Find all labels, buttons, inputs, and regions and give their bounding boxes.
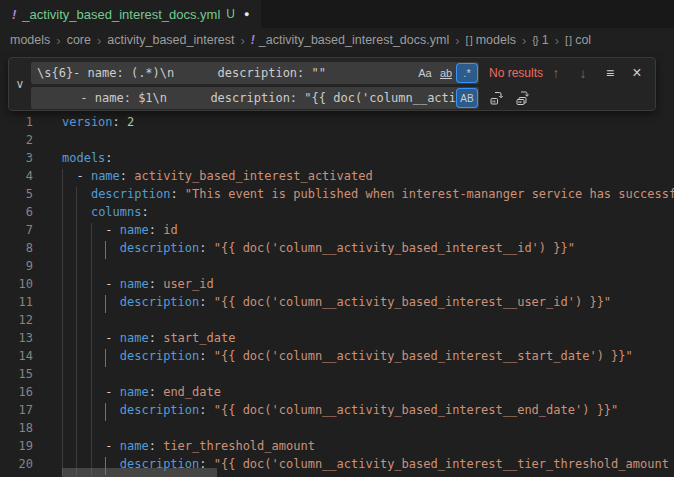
toggle-replace-button[interactable]: ∨ [9,62,31,106]
indent-guide [62,205,63,223]
line-number: 5 [0,187,33,205]
breadcrumb-item[interactable]: [ ]col [565,33,591,47]
code-text: - name: start_date [62,331,674,349]
code-line: 15 [0,367,674,385]
indent-guide [76,385,77,403]
indent-guide [91,403,92,421]
horizontal-scrollbar[interactable] [62,468,217,477]
indent-guide [105,241,106,259]
breadcrumb-label: 1 [542,33,549,47]
find-next-button[interactable]: ↓ [573,63,593,83]
symbol-object-icon: {} [532,34,537,46]
code-text: description: "{{ doc('column__activity_b… [62,241,674,259]
line-number: 11 [0,295,33,313]
indent-guide [62,421,63,439]
find-input[interactable]: \s{6}- name: (.*)\n description: "" Aa a… [31,62,479,84]
modified-dot-icon[interactable]: ● [244,9,249,19]
preserve-case-button[interactable]: AB [457,89,477,107]
code-text: - name: end_date [62,385,674,403]
code-line: 2 [0,133,674,151]
indent-guide [62,313,63,331]
code-line: 7 - name: id [0,223,674,241]
line-number: 13 [0,331,33,349]
close-icon: × [632,64,641,82]
find-previous-button[interactable]: ↑ [546,63,566,83]
line-number: 3 [0,151,33,169]
line-number: 14 [0,349,33,367]
code-text: - name: user_id [62,277,674,295]
indent-guide [76,331,77,349]
code-line: 13 - name: start_date [0,331,674,349]
breadcrumb-label: activity_based_interest [107,33,234,47]
code-text: - name: id [62,223,674,241]
arrow-up-icon: ↑ [553,65,560,81]
code-text [62,133,674,151]
indent-guide [91,331,92,349]
indent-guide [91,313,92,331]
indent-guide [62,277,63,295]
indent-guide [62,187,63,205]
exclamation-icon: ! [251,33,255,47]
tab-bar: ! _activity_based_interest_docs.yml U ● [0,0,674,28]
code-text [62,259,674,277]
code-line: 18 [0,421,674,439]
replace-button[interactable] [487,88,507,108]
indent-guide [62,223,63,241]
indent-guide [76,313,77,331]
indent-guide [76,259,77,277]
replace-all-button[interactable] [513,88,533,108]
breadcrumb-item[interactable]: core [67,33,91,47]
indent-guide [62,367,63,385]
indent-guide [91,421,92,439]
indent-guide [76,205,77,223]
code-line: 1version: 2 [0,115,674,133]
vscode-editor-window: ! _activity_based_interest_docs.yml U ● … [0,0,674,477]
line-number: 20 [0,457,33,475]
line-number: 18 [0,421,33,439]
code-text: - name: activity_based_interest_activate… [62,169,674,187]
file-yaml-icon: ! [12,7,16,22]
breadcrumb-label: core [67,33,91,47]
line-number: 15 [0,367,33,385]
replace-input[interactable]: - name: $1\n description: "{{ doc('colum… [31,87,479,109]
line-number: 12 [0,313,33,331]
code-text [62,421,674,439]
indent-guide [76,223,77,241]
arrow-down-icon: ↓ [580,65,587,81]
line-number: 6 [0,205,33,223]
breadcrumb-item[interactable]: activity_based_interest [107,33,234,47]
indent-guide [91,385,92,403]
indent-guide [62,349,63,367]
breadcrumb-item[interactable]: [ ]models [466,33,516,47]
breadcrumb-separator: › [240,33,244,48]
breadcrumb-item[interactable]: models [10,33,50,47]
breadcrumb-item[interactable]: !_activity_based_interest_docs.yml [251,33,449,47]
code-line: 4 - name: activity_based_interest_activa… [0,169,674,187]
breadcrumb-separator: › [555,33,559,48]
breadcrumb-separator: › [97,33,101,48]
close-find-widget-button[interactable]: × [627,63,647,83]
find-query-text: \s{6}- name: (.*)\n description: "" [37,66,414,80]
breadcrumb-separator: › [522,33,526,48]
match-case-button[interactable]: Aa [415,64,435,82]
code-line: 17 description: "{{ doc('column__activit… [0,403,674,421]
indent-guide [62,295,63,313]
find-nav-buttons: ↑ ↓ ≡ × [546,63,649,83]
find-row: \s{6}- name: (.*)\n description: "" Aa a… [31,62,649,84]
code-text: description: "This event is published wh… [62,187,674,205]
symbol-array-icon: [ ] [565,34,571,46]
line-number: 16 [0,385,33,403]
whole-word-button[interactable]: ab [436,64,456,82]
code-text [62,367,674,385]
code-text: description: "{{ doc('column__activity_b… [62,403,674,421]
breadcrumb-item[interactable]: {}1 [532,33,548,47]
symbol-array-icon: [ ] [466,34,472,46]
code-line: 8 description: "{{ doc('column__activity… [0,241,674,259]
use-regex-button[interactable]: .* [457,64,477,82]
indent-guide [62,241,63,259]
code-text: models: [62,151,674,169]
indent-guide [91,223,92,241]
code-lines[interactable]: 1version: 223models:4 - name: activity_b… [0,115,674,475]
tab-active[interactable]: ! _activity_based_interest_docs.yml U ● [0,0,261,28]
find-in-selection-button[interactable]: ≡ [600,63,620,83]
